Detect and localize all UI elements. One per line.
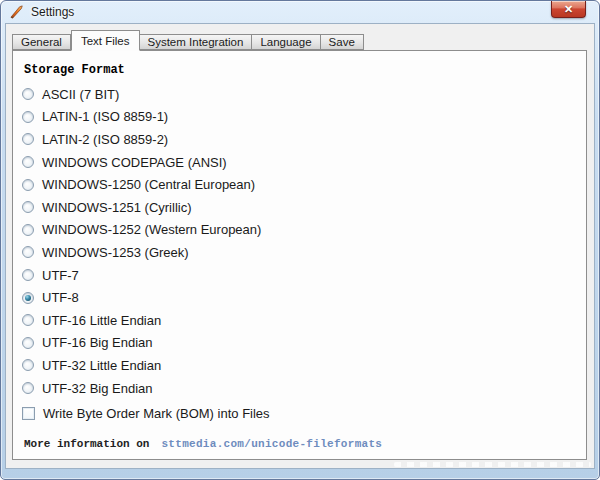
- radio-option-windows-codepage-ansi[interactable]: WINDOWS CODEPAGE (ANSI): [22, 151, 270, 174]
- tab-save[interactable]: Save: [321, 34, 364, 50]
- radio-icon: [22, 314, 34, 326]
- content-panel: Storage Format ASCII (7 BIT)LATIN-1 (ISO…: [12, 50, 587, 460]
- radio-option-label: LATIN-1 (ISO 8859-1): [42, 109, 168, 124]
- radio-option-label: WINDOWS-1250 (Central European): [42, 177, 255, 192]
- radio-option-label: UTF-16 Big Endian: [42, 335, 153, 350]
- radio-option-label: UTF-16 Little Endian: [42, 313, 161, 328]
- radio-option-windows-1251-cyrillic[interactable]: WINDOWS-1251 (Cyrillic): [22, 196, 270, 219]
- radio-icon: [22, 156, 34, 168]
- radio-icon: [22, 246, 34, 258]
- radio-option-label: WINDOWS-1252 (Western European): [42, 222, 261, 237]
- footer-link[interactable]: sttmedia.com/unicode-fileformats: [161, 438, 382, 450]
- bom-checkbox-label: Write Byte Order Mark (BOM) into Files: [43, 406, 270, 421]
- radio-option-label: WINDOWS CODEPAGE (ANSI): [42, 155, 227, 170]
- radio-option-label: UTF-7: [42, 268, 79, 283]
- window-title: Settings: [31, 5, 74, 19]
- section-heading-storage-format: Storage Format: [24, 63, 125, 77]
- tab-text-files[interactable]: Text Files: [71, 30, 140, 51]
- radio-icon: [22, 337, 34, 349]
- radio-option-windows-1250-central-european[interactable]: WINDOWS-1250 (Central European): [22, 173, 270, 196]
- radio-option-utf-32-big-endian[interactable]: UTF-32 Big Endian: [22, 377, 270, 400]
- bom-checkbox-row[interactable]: Write Byte Order Mark (BOM) into Files: [22, 401, 270, 425]
- radio-option-latin-1-iso-8859-1[interactable]: LATIN-1 (ISO 8859-1): [22, 106, 270, 129]
- radio-icon: [22, 133, 34, 145]
- radio-option-latin-2-iso-8859-2[interactable]: LATIN-2 (ISO 8859-2): [22, 128, 270, 151]
- settings-window: Settings ✕ GeneralText FilesSystem Integ…: [0, 0, 600, 480]
- radio-option-label: ASCII (7 BIT): [42, 87, 119, 102]
- radio-option-utf-16-big-endian[interactable]: UTF-16 Big Endian: [22, 332, 270, 355]
- checkbox-icon: [22, 407, 35, 420]
- tab-language[interactable]: Language: [252, 34, 320, 50]
- footer-text: More information on: [24, 438, 149, 450]
- radio-selected-icon: [22, 292, 34, 304]
- radio-option-label: LATIN-2 (ISO 8859-2): [42, 132, 168, 147]
- footer: More information on sttmedia.com/unicode…: [24, 438, 382, 450]
- radio-option-windows-1252-western-european[interactable]: WINDOWS-1252 (Western European): [22, 219, 270, 242]
- radio-icon: [22, 111, 34, 123]
- radio-option-utf-16-little-endian[interactable]: UTF-16 Little Endian: [22, 309, 270, 332]
- radio-option-utf-7[interactable]: UTF-7: [22, 264, 270, 287]
- radio-icon: [22, 201, 34, 213]
- radio-icon: [22, 224, 34, 236]
- radio-option-label: UTF-32 Little Endian: [42, 358, 161, 373]
- radio-option-label: UTF-32 Big Endian: [42, 381, 153, 396]
- dialog-client-area: GeneralText FilesSystem IntegrationLangu…: [5, 23, 595, 469]
- radio-option-label: WINDOWS-1253 (Greek): [42, 245, 189, 260]
- radio-icon: [22, 382, 34, 394]
- tab-bar: GeneralText FilesSystem IntegrationLangu…: [12, 30, 364, 50]
- radio-icon: [22, 359, 34, 371]
- tab-general[interactable]: General: [12, 34, 71, 50]
- radio-option-utf-32-little-endian[interactable]: UTF-32 Little Endian: [22, 354, 270, 377]
- close-button[interactable]: ✕: [551, 1, 586, 18]
- radio-icon: [22, 179, 34, 191]
- close-icon: ✕: [564, 4, 573, 15]
- radio-icon: [22, 269, 34, 281]
- radio-option-label: WINDOWS-1251 (Cyrillic): [42, 200, 192, 215]
- radio-option-utf-8[interactable]: UTF-8: [22, 286, 270, 309]
- tab-system-integration[interactable]: System Integration: [140, 34, 253, 50]
- radio-icon: [22, 88, 34, 100]
- radio-option-windows-1253-greek[interactable]: WINDOWS-1253 (Greek): [22, 241, 270, 264]
- title-bar[interactable]: Settings ✕: [1, 1, 599, 23]
- radio-option-label: UTF-8: [42, 290, 79, 305]
- radio-option-ascii-7-bit[interactable]: ASCII (7 BIT): [22, 83, 270, 106]
- app-icon: [10, 5, 24, 19]
- encoding-option-list: ASCII (7 BIT)LATIN-1 (ISO 8859-1)LATIN-2…: [22, 83, 270, 425]
